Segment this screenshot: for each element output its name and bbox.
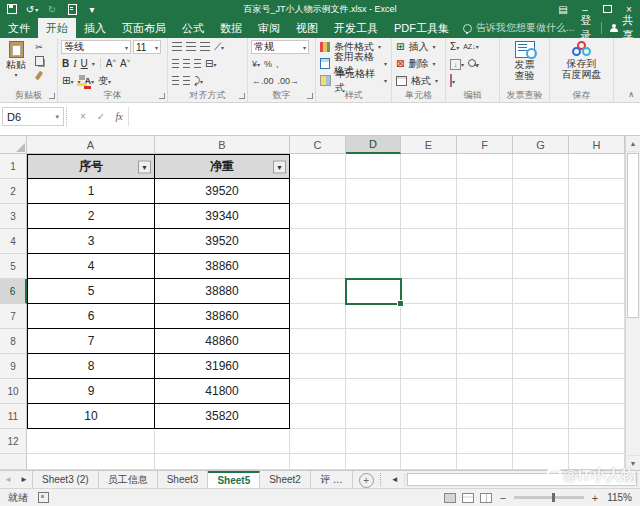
column-header-H[interactable]: H <box>569 136 625 154</box>
cell-A1[interactable]: 序号▼ <box>27 154 155 179</box>
sheet-tab-truncated[interactable]: 评 … <box>311 471 353 488</box>
format-cells-button[interactable]: 格式 ▾ <box>392 72 445 89</box>
cell-D10[interactable] <box>346 379 401 404</box>
normal-view-button[interactable] <box>444 493 456 503</box>
cell-E11[interactable] <box>401 404 457 429</box>
sheet-nav-prev-icon[interactable]: ◄ <box>0 471 16 488</box>
cell-H1[interactable] <box>569 154 625 179</box>
column-header-D[interactable]: D <box>346 136 401 154</box>
increase-decimal-button[interactable]: ←.00 <box>252 76 274 86</box>
cut-button[interactable]: ✂ <box>32 41 46 53</box>
cell-B8[interactable]: 48860 <box>155 329 290 354</box>
cell-C4[interactable] <box>290 229 346 254</box>
sheet-nav-next-icon[interactable]: ► <box>16 471 32 488</box>
save-button[interactable] <box>4 1 20 17</box>
cell-E2[interactable] <box>401 179 457 204</box>
tab-view[interactable]: 视图 <box>288 18 326 38</box>
cell-H5[interactable] <box>569 254 625 279</box>
cell-G12[interactable] <box>513 429 569 454</box>
cell-D12[interactable] <box>346 429 401 454</box>
cell-A6[interactable]: 5 <box>27 279 155 304</box>
cancel-button[interactable]: × <box>74 107 92 126</box>
borders-button[interactable]: ⊞▾ <box>62 75 73 86</box>
italic-button[interactable]: I <box>73 58 76 69</box>
clear-button[interactable]: ▾ <box>450 75 455 86</box>
cell-C5[interactable] <box>290 254 346 279</box>
cell-B13[interactable] <box>155 454 290 470</box>
copy-button[interactable] <box>32 55 46 67</box>
cell-C10[interactable] <box>290 379 346 404</box>
sign-in-button[interactable]: 登录 <box>580 13 593 43</box>
cell-D8[interactable] <box>346 329 401 354</box>
cell-C7[interactable] <box>290 304 346 329</box>
cell-A4[interactable]: 3 <box>27 229 155 254</box>
row-header-10[interactable]: 10 <box>0 379 27 404</box>
cell-G4[interactable] <box>513 229 569 254</box>
cell-G5[interactable] <box>513 254 569 279</box>
tab-formulas[interactable]: 公式 <box>174 18 212 38</box>
tab-scroll-splitter[interactable] <box>380 473 385 486</box>
scroll-down-icon[interactable]: ▼ <box>626 455 640 470</box>
zoom-slider-thumb[interactable] <box>552 493 555 502</box>
cell-F5[interactable] <box>457 254 513 279</box>
cell-B6[interactable]: 38880 <box>155 279 290 304</box>
cell-D6[interactable] <box>346 279 401 304</box>
page-break-view-button[interactable] <box>480 493 492 503</box>
ribbon-display-options-button[interactable]: ▤ <box>552 0 574 18</box>
filter-button[interactable]: ▼ <box>138 160 151 173</box>
cell-B4[interactable]: 39520 <box>155 229 290 254</box>
scroll-up-icon[interactable]: ▲ <box>626 136 640 152</box>
bold-button[interactable]: B <box>62 58 69 69</box>
cell-H12[interactable] <box>569 429 625 454</box>
macro-record-icon[interactable] <box>38 492 49 503</box>
accounting-format-button[interactable]: ¥▾ <box>252 59 260 69</box>
cell-G7[interactable] <box>513 304 569 329</box>
column-header-B[interactable]: B <box>155 136 290 154</box>
comma-style-button[interactable]: , <box>276 59 279 69</box>
cell-E3[interactable] <box>401 204 457 229</box>
cell-A3[interactable]: 2 <box>27 204 155 229</box>
cell-D13[interactable] <box>346 454 401 470</box>
cell-G2[interactable] <box>513 179 569 204</box>
cell-H7[interactable] <box>569 304 625 329</box>
cell-C9[interactable] <box>290 354 346 379</box>
cell-G11[interactable] <box>513 404 569 429</box>
cell-H8[interactable] <box>569 329 625 354</box>
cell-G3[interactable] <box>513 204 569 229</box>
row-header-6[interactable]: 6 <box>0 279 27 304</box>
cell-A11[interactable]: 10 <box>27 404 155 429</box>
merge-center-button[interactable]: ⊟▾ <box>205 58 216 69</box>
tab-review[interactable]: 审阅 <box>250 18 288 38</box>
cell-F3[interactable] <box>457 204 513 229</box>
cell-F12[interactable] <box>457 429 513 454</box>
cell-B1[interactable]: 净重▼ <box>155 154 290 179</box>
cell-F1[interactable] <box>457 154 513 179</box>
tab-home[interactable]: 开始 <box>38 18 76 38</box>
tab-developer[interactable]: 开发工具 <box>326 18 386 38</box>
shrink-font-button[interactable]: A˅ <box>120 58 130 69</box>
tab-insert[interactable]: 插入 <box>76 18 114 38</box>
name-box[interactable]: D6 ▾ <box>2 107 64 126</box>
row-header-3[interactable]: 3 <box>0 204 27 229</box>
cell-H10[interactable] <box>569 379 625 404</box>
sheet-tab-sheet3[interactable]: Sheet3 <box>158 471 209 488</box>
cell-D3[interactable] <box>346 204 401 229</box>
invoice-check-button[interactable]: 发票 查验 <box>515 38 535 89</box>
percent-style-button[interactable]: % <box>264 59 272 69</box>
cell-B11[interactable]: 35820 <box>155 404 290 429</box>
cell-D7[interactable] <box>346 304 401 329</box>
number-format-select[interactable]: 常规▾ <box>251 40 309 54</box>
row-header-4[interactable]: 4 <box>0 229 27 254</box>
horizontal-scrollbar[interactable] <box>403 473 638 486</box>
cell-F11[interactable] <box>457 404 513 429</box>
align-center-button[interactable] <box>183 59 190 68</box>
cell-E7[interactable] <box>401 304 457 329</box>
redo-button[interactable]: ↻ <box>44 1 60 17</box>
zoom-in-button[interactable]: + <box>590 492 600 504</box>
top-align-button[interactable] <box>172 42 182 51</box>
cell-G1[interactable] <box>513 154 569 179</box>
bottom-align-button[interactable] <box>200 42 210 51</box>
cell-C6[interactable] <box>290 279 346 304</box>
cell-A10[interactable]: 9 <box>27 379 155 404</box>
horizontal-scrollbar-thumb[interactable] <box>407 473 637 486</box>
